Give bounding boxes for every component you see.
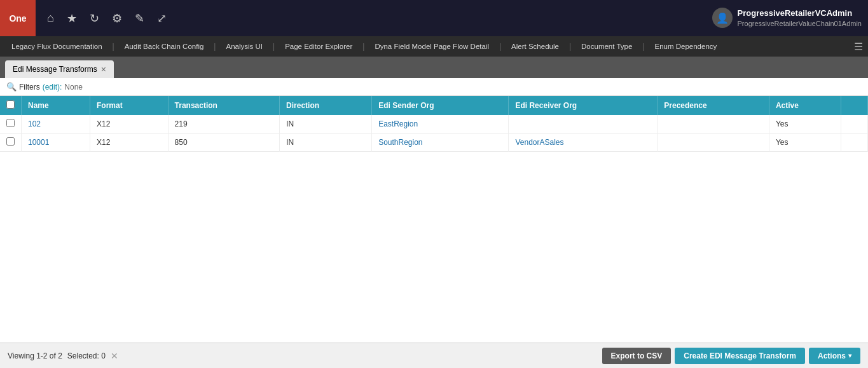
row-active: Yes	[769, 115, 841, 133]
user-text: ProgressiveRetailerVCAdmin ProgressiveRe…	[738, 8, 862, 29]
col-edi-receiver: Edi Receiver Org	[509, 96, 658, 115]
user-role: ProgressiveRetailerValueChain01Admin	[738, 19, 862, 29]
col-name: Name	[22, 96, 90, 115]
table-container: Name Format Transaction Direction Edi Se…	[0, 96, 868, 152]
expand-icon[interactable]: ⤢	[153, 9, 170, 28]
main-content: Name Format Transaction Direction Edi Se…	[0, 96, 868, 339]
col-actions	[841, 96, 868, 115]
filter-value: None	[64, 83, 83, 92]
nav-item-audit[interactable]: Audit Back Chain Config	[118, 40, 210, 53]
tab-close-button[interactable]: ×	[101, 64, 106, 74]
select-all-checkbox[interactable]	[6, 100, 15, 109]
filter-edit-button[interactable]: (edit):	[43, 83, 62, 92]
top-bar: One ⌂ ★ ↻ ⚙ ✎ ⤢ 👤 ProgressiveRetailerVCA…	[0, 0, 868, 36]
row-action-cell	[841, 133, 868, 152]
nav-menu-icon[interactable]: ☰	[854, 41, 863, 53]
app-logo: One	[0, 0, 36, 36]
nav-item-dyna-field[interactable]: Dyna Field Model Page Flow Detail	[368, 40, 495, 53]
avatar: 👤	[712, 8, 733, 28]
filter-label: Filters	[19, 83, 40, 92]
table-header-row: Name Format Transaction Direction Edi Se…	[0, 96, 868, 115]
nav-item-enum[interactable]: Enum Dependency	[649, 40, 724, 53]
user-info: 👤 ProgressiveRetailerVCAdmin Progressive…	[712, 8, 862, 29]
nav-item-page-editor[interactable]: Page Editor Explorer	[279, 40, 359, 53]
col-transaction: Transaction	[168, 96, 280, 115]
col-direction: Direction	[280, 96, 372, 115]
row-precedence	[658, 115, 769, 133]
row-direction: IN	[280, 115, 372, 133]
row-receiver-org[interactable]: VendorASales	[509, 133, 658, 152]
row-direction: IN	[280, 133, 372, 152]
col-precedence: Precedence	[658, 96, 769, 115]
row-name[interactable]: 102	[22, 115, 90, 133]
filter-search-icon: 🔍	[6, 82, 17, 92]
row-checkbox-cell	[0, 115, 22, 133]
tab-label: Edi Message Transforms	[13, 65, 97, 74]
row-receiver-org	[509, 115, 658, 133]
row-checkbox[interactable]	[6, 137, 15, 146]
table-row: 10001 X12 850 IN SouthRegion VendorASale…	[0, 133, 868, 152]
settings-icon[interactable]: ⚙	[108, 9, 126, 28]
table-row: 102 X12 219 IN EastRegion Yes	[0, 115, 868, 133]
col-format: Format	[90, 96, 169, 115]
secondary-nav: Legacy Flux Documentation | Audit Back C…	[0, 36, 868, 57]
row-sender-org[interactable]: SouthRegion	[372, 133, 509, 152]
row-format: X12	[90, 133, 169, 152]
user-name: ProgressiveRetailerVCAdmin	[738, 8, 862, 19]
row-action-cell	[841, 115, 868, 133]
col-edi-sender: Edi Sender Org	[372, 96, 509, 115]
row-name[interactable]: 10001	[22, 133, 90, 152]
nav-item-alert[interactable]: Alert Schedule	[505, 40, 565, 53]
tab-bar: Edi Message Transforms ×	[0, 57, 868, 78]
nav-item-legacy-flux[interactable]: Legacy Flux Documentation	[5, 40, 109, 53]
row-checkbox[interactable]	[6, 119, 15, 127]
col-active: Active	[769, 96, 841, 115]
refresh-icon[interactable]: ↻	[86, 9, 103, 28]
nav-item-analysis[interactable]: Analysis UI	[219, 40, 269, 53]
star-icon[interactable]: ★	[63, 9, 81, 28]
row-sender-org[interactable]: EastRegion	[372, 115, 509, 133]
tab-edi-message-transforms[interactable]: Edi Message Transforms ×	[5, 60, 114, 78]
nav-item-document[interactable]: Document Type	[575, 40, 638, 53]
filter-bar: 🔍 Filters (edit): None	[0, 78, 868, 96]
home-icon[interactable]: ⌂	[43, 9, 58, 27]
row-active: Yes	[769, 133, 841, 152]
table-body: 102 X12 219 IN EastRegion Yes 10001 X12	[0, 115, 868, 152]
row-format: X12	[90, 115, 169, 133]
edi-transforms-table: Name Format Transaction Direction Edi Se…	[0, 96, 868, 152]
row-transaction: 219	[168, 115, 280, 133]
row-precedence	[658, 133, 769, 152]
col-checkbox	[0, 96, 22, 115]
row-transaction: 850	[168, 133, 280, 152]
row-checkbox-cell	[0, 133, 22, 152]
edit-icon[interactable]: ✎	[131, 9, 148, 28]
